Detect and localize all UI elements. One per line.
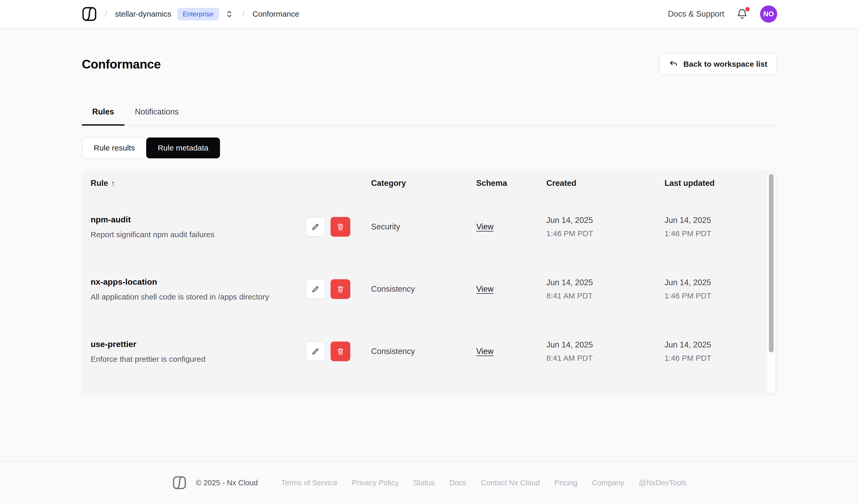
table-row: use-prettier Enforce that prettier is co…	[82, 320, 777, 383]
avatar-initials: NO	[763, 10, 774, 18]
footer-link-nxdevtools[interactable]: @NxDevTools	[639, 478, 687, 487]
return-arrow-icon	[669, 59, 678, 69]
workspace-switcher-button[interactable]	[224, 9, 234, 19]
tab-bar: Rules Notifications	[82, 107, 777, 126]
column-header-created[interactable]: Created	[538, 179, 656, 188]
delete-rule-button[interactable]	[331, 279, 350, 299]
docs-support-link[interactable]: Docs & Support	[668, 9, 724, 19]
column-header-category[interactable]: Category	[362, 179, 467, 188]
trash-icon	[336, 223, 345, 231]
trash-icon	[336, 347, 345, 355]
schema-view-link[interactable]: View	[476, 285, 494, 293]
delete-rule-button[interactable]	[331, 341, 350, 361]
user-avatar[interactable]: NO	[760, 5, 777, 22]
column-header-schema[interactable]: Schema	[467, 179, 538, 188]
created-cell: Jun 14, 2025 1:46 PM PDT	[538, 216, 656, 238]
trash-icon	[336, 285, 345, 293]
last-updated-cell: Jun 14, 2025 1:46 PM PDT	[656, 340, 777, 363]
rule-description: Enforce that prettier is configured	[91, 355, 206, 364]
rule-view-toggle: Rule results Rule metadata	[82, 137, 221, 159]
created-cell: Jun 14, 2025 8:41 AM PDT	[538, 340, 656, 363]
nx-cloud-footer-logo-icon	[172, 476, 186, 490]
sort-ascending-icon: ↑	[111, 179, 115, 188]
rule-metadata-table: Rule ↑ Category Schema Created Last upda…	[82, 171, 777, 395]
edit-rule-button[interactable]	[306, 279, 326, 299]
toggle-rule-results[interactable]: Rule results	[82, 138, 146, 158]
breadcrumb-separator: /	[242, 9, 245, 19]
rule-category: Consistency	[362, 285, 467, 294]
last-updated-cell: Jun 14, 2025 1:46 PM PDT	[656, 216, 777, 238]
page-title: Conformance	[82, 57, 161, 71]
page-footer: © 2025 - Nx Cloud Terms of Service Priva…	[0, 461, 859, 504]
table-scrollbar-thumb[interactable]	[769, 174, 773, 352]
breadcrumb-current-page: Conformance	[252, 10, 299, 18]
pencil-icon	[311, 223, 320, 231]
column-header-last-updated[interactable]: Last updated	[656, 179, 777, 188]
breadcrumb-separator: /	[105, 9, 107, 19]
pencil-icon	[311, 285, 320, 293]
rule-description: Report significant npm audit failures	[91, 230, 214, 239]
footer-link-status[interactable]: Status	[413, 478, 434, 487]
schema-view-link[interactable]: View	[476, 347, 494, 356]
back-button-label: Back to workspace list	[683, 60, 767, 68]
edit-rule-button[interactable]	[306, 341, 326, 361]
created-cell: Jun 14, 2025 8:41 AM PDT	[538, 278, 656, 300]
table-scrollbar-track	[767, 172, 775, 394]
footer-link-docs[interactable]: Docs	[449, 478, 466, 487]
rule-category: Security	[362, 222, 467, 231]
footer-link-contact-nx-cloud[interactable]: Contact Nx Cloud	[481, 478, 540, 487]
rule-category: Consistency	[362, 347, 467, 356]
table-header-row: Rule ↑ Category Schema Created Last upda…	[82, 171, 777, 196]
edit-rule-button[interactable]	[306, 217, 326, 237]
footer-link-pricing[interactable]: Pricing	[554, 478, 577, 487]
breadcrumb-workspace-link[interactable]: stellar-dynamics	[115, 10, 171, 18]
notification-dot	[745, 7, 750, 12]
tab-rules[interactable]: Rules	[82, 107, 124, 126]
toggle-rule-metadata[interactable]: Rule metadata	[146, 138, 220, 158]
rule-name: nx-apps-location	[91, 277, 269, 287]
last-updated-cell: Jun 14, 2025 1:46 PM PDT	[656, 278, 777, 300]
column-header-rule[interactable]: Rule ↑	[82, 179, 362, 188]
footer-link-terms-of-service[interactable]: Terms of Service	[281, 478, 337, 487]
delete-rule-button[interactable]	[331, 217, 350, 237]
footer-copyright: © 2025 - Nx Cloud	[196, 478, 258, 487]
table-row: npm-audit Report significant npm audit f…	[82, 196, 777, 258]
rule-name: use-prettier	[91, 339, 206, 349]
footer-links: Terms of Service Privacy Policy Status D…	[281, 478, 687, 487]
top-navigation-bar: / stellar-dynamics Enterprise / Conforma…	[0, 0, 859, 29]
plan-badge: Enterprise	[177, 8, 220, 20]
topbar-actions: Docs & Support NO	[668, 5, 777, 22]
rule-name: npm-audit	[91, 215, 214, 225]
footer-link-privacy-policy[interactable]: Privacy Policy	[352, 478, 399, 487]
pencil-icon	[311, 347, 320, 355]
table-row: nx-apps-location All application shell c…	[82, 258, 777, 320]
schema-view-link[interactable]: View	[476, 222, 494, 231]
unfold-chevrons-icon	[224, 9, 234, 19]
nx-cloud-logo-icon[interactable]	[82, 6, 97, 21]
back-to-workspace-list-button[interactable]: Back to workspace list	[659, 53, 777, 75]
rule-description: All application shell code is stored in …	[91, 292, 269, 301]
notifications-bell-button[interactable]	[736, 8, 748, 20]
tab-notifications[interactable]: Notifications	[124, 107, 189, 126]
footer-link-company[interactable]: Company	[592, 478, 624, 487]
